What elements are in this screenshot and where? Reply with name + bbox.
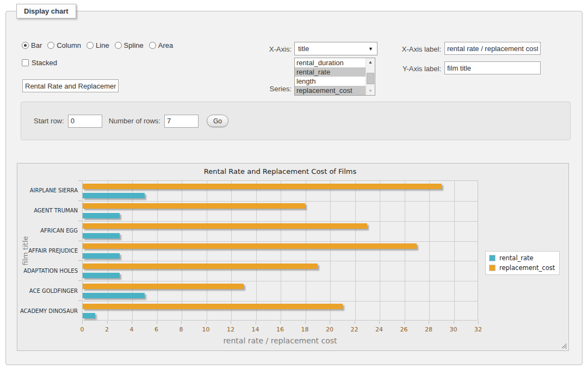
row-range-panel: Start row: Number of rows: Go bbox=[21, 102, 571, 140]
bar-replacement-cost[interactable] bbox=[83, 243, 417, 249]
bar-replacement-cost[interactable] bbox=[83, 184, 442, 189]
y-axis-label-label: Y-Axis label: bbox=[385, 65, 441, 73]
scroll-down-icon[interactable]: ▼ bbox=[366, 87, 375, 95]
x-tick-mark bbox=[231, 321, 231, 324]
x-tick-label: 14 bbox=[252, 326, 259, 333]
y-axis-label-input[interactable] bbox=[444, 61, 541, 74]
number-of-rows-input[interactable] bbox=[164, 115, 199, 128]
gridline-vertical bbox=[306, 181, 306, 320]
chart-type-radio-area[interactable]: Area bbox=[149, 41, 173, 49]
bar-replacement-cost[interactable] bbox=[83, 304, 343, 309]
series-option-length[interactable]: length bbox=[295, 77, 366, 86]
chart-type-radio-spline[interactable]: Spline bbox=[115, 41, 144, 49]
series-option-rental_rate[interactable]: rental_rate bbox=[295, 67, 366, 77]
series-option-replacement_cost[interactable]: replacement_cost bbox=[295, 86, 366, 95]
chart-x-axis-title: rental rate / replacement cost bbox=[82, 336, 478, 345]
x-tick-mark bbox=[256, 321, 256, 324]
x-tick-mark bbox=[404, 321, 405, 324]
radio-icon[interactable] bbox=[86, 42, 94, 49]
chart-type-radio-line[interactable]: Line bbox=[86, 41, 109, 49]
chart-type-radio-column[interactable]: Column bbox=[47, 41, 81, 49]
bar-replacement-cost[interactable] bbox=[83, 264, 318, 269]
x-tick-label: 4 bbox=[130, 326, 134, 333]
x-tick-mark bbox=[379, 321, 380, 324]
radio-icon[interactable] bbox=[149, 42, 156, 49]
chart-y-axis-title: film title bbox=[21, 218, 29, 284]
gridline-horizontal bbox=[83, 241, 478, 242]
gridline-vertical bbox=[355, 181, 356, 320]
x-tick-label: 0 bbox=[81, 326, 84, 333]
x-axis-label-input[interactable] bbox=[444, 42, 541, 55]
x-tick-mark bbox=[181, 321, 182, 324]
x-tick-mark bbox=[157, 321, 157, 324]
start-row-label: Start row: bbox=[34, 117, 64, 125]
bar-replacement-cost[interactable] bbox=[83, 203, 305, 209]
chart-type-radio-group: BarColumnLineSplineArea bbox=[22, 41, 173, 49]
x-tick-mark bbox=[206, 321, 207, 324]
y-tick-mark bbox=[78, 180, 82, 181]
bar-rental-rate[interactable] bbox=[83, 293, 145, 298]
bar-rental-rate[interactable] bbox=[83, 313, 95, 318]
gridline-vertical bbox=[108, 181, 108, 320]
stacked-label: Stacked bbox=[32, 59, 57, 67]
series-option-rental_duration[interactable]: rental_duration bbox=[295, 58, 366, 67]
x-axis-select[interactable]: title ▼ bbox=[294, 42, 377, 55]
x-tick-label: 26 bbox=[400, 326, 408, 333]
gridline-vertical bbox=[330, 181, 331, 320]
chart-type-radio-bar[interactable]: Bar bbox=[22, 41, 42, 49]
bar-rental-rate[interactable] bbox=[83, 273, 120, 278]
scrollbar-thumb[interactable] bbox=[367, 73, 374, 84]
chart-title-input[interactable] bbox=[22, 79, 119, 92]
gridline-horizontal bbox=[83, 221, 478, 222]
bar-replacement-cost[interactable] bbox=[83, 223, 367, 229]
radio-icon[interactable] bbox=[47, 42, 54, 49]
chevron-down-icon: ▼ bbox=[368, 46, 373, 52]
legend-item-rental_rate[interactable]: rental_rate bbox=[489, 254, 555, 262]
y-category-label: AIRPLANE SIERRA bbox=[18, 187, 78, 193]
display-chart-panel: BarColumnLineSplineArea Stacked X-Axis: … bbox=[5, 11, 583, 365]
x-tick-label: 8 bbox=[180, 326, 183, 333]
x-tick-label: 16 bbox=[276, 326, 284, 333]
x-axis-selected-value: title bbox=[298, 45, 309, 53]
gridline-vertical bbox=[256, 181, 257, 320]
x-tick-mark bbox=[454, 321, 454, 324]
x-tick-label: 12 bbox=[227, 326, 234, 333]
x-tick-label: 18 bbox=[301, 326, 309, 333]
scrollbar[interactable]: ▲ ▼ bbox=[366, 58, 375, 95]
series-select-label: Series: bbox=[238, 85, 292, 93]
gridline-vertical bbox=[281, 181, 281, 320]
scroll-up-icon[interactable]: ▲ bbox=[366, 58, 375, 66]
go-button[interactable]: Go bbox=[207, 115, 228, 127]
resize-handle-icon[interactable] bbox=[560, 342, 567, 349]
bar-replacement-cost[interactable] bbox=[83, 284, 244, 289]
gridline-vertical bbox=[182, 181, 182, 320]
y-tick-mark bbox=[78, 280, 82, 281]
bar-rental-rate[interactable] bbox=[83, 253, 120, 259]
x-tick-label: 10 bbox=[202, 326, 210, 333]
chart-type-radio-label: Area bbox=[158, 41, 173, 49]
gridline-vertical bbox=[405, 181, 405, 320]
series-multiselect[interactable]: rental_durationrental_ratelengthreplacem… bbox=[294, 58, 375, 96]
bar-rental-rate[interactable] bbox=[83, 233, 120, 239]
x-tick-mark bbox=[280, 321, 281, 324]
gridline-vertical bbox=[207, 181, 207, 320]
legend-item-replacement_cost[interactable]: replacement_cost bbox=[489, 264, 555, 272]
y-tick-mark bbox=[78, 300, 82, 301]
start-row-input[interactable] bbox=[68, 115, 102, 128]
bar-rental-rate[interactable] bbox=[83, 193, 145, 198]
checkbox-icon[interactable] bbox=[22, 59, 29, 66]
radio-icon[interactable] bbox=[115, 42, 122, 49]
y-tick-mark bbox=[78, 241, 82, 241]
radio-icon[interactable] bbox=[22, 42, 29, 49]
bar-rental-rate[interactable] bbox=[83, 213, 120, 218]
legend-label: rental_rate bbox=[499, 254, 534, 262]
gridline-vertical bbox=[157, 181, 158, 320]
x-tick-label: 6 bbox=[154, 326, 158, 333]
y-category-label: ACE GOLDFINGER bbox=[18, 288, 78, 294]
gridline-horizontal bbox=[83, 261, 478, 261]
chart-legend: rental_ratereplacement_cost bbox=[485, 251, 560, 275]
x-axis-label-label: X-Axis label: bbox=[385, 45, 441, 53]
stacked-checkbox[interactable]: Stacked bbox=[22, 59, 57, 67]
panel-legend-display-chart: Display chart bbox=[16, 4, 76, 18]
gridline-horizontal bbox=[83, 281, 478, 281]
